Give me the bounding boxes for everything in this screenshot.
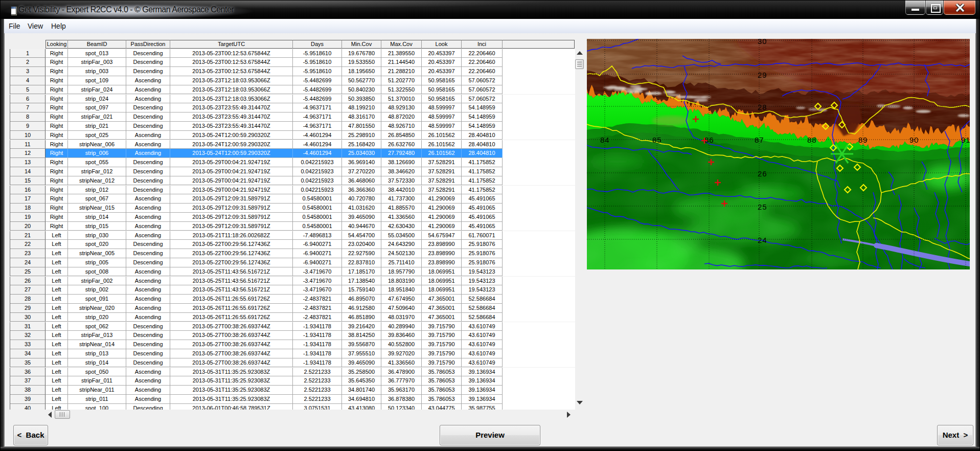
svg-text:24: 24 <box>758 236 767 244</box>
svg-text:90: 90 <box>909 136 919 144</box>
svg-text:85: 85 <box>652 136 662 144</box>
svg-text:26: 26 <box>758 169 767 178</box>
svg-text:89: 89 <box>858 136 868 144</box>
svg-text:30: 30 <box>758 39 767 46</box>
svg-text:91: 91 <box>961 136 970 144</box>
svg-text:29: 29 <box>758 71 767 79</box>
svg-text:84: 84 <box>600 136 610 144</box>
svg-text:86: 86 <box>704 136 714 144</box>
svg-text:25: 25 <box>758 202 767 211</box>
svg-text:87: 87 <box>755 136 764 144</box>
svg-text:88: 88 <box>807 136 817 144</box>
svg-text:28: 28 <box>758 103 767 111</box>
